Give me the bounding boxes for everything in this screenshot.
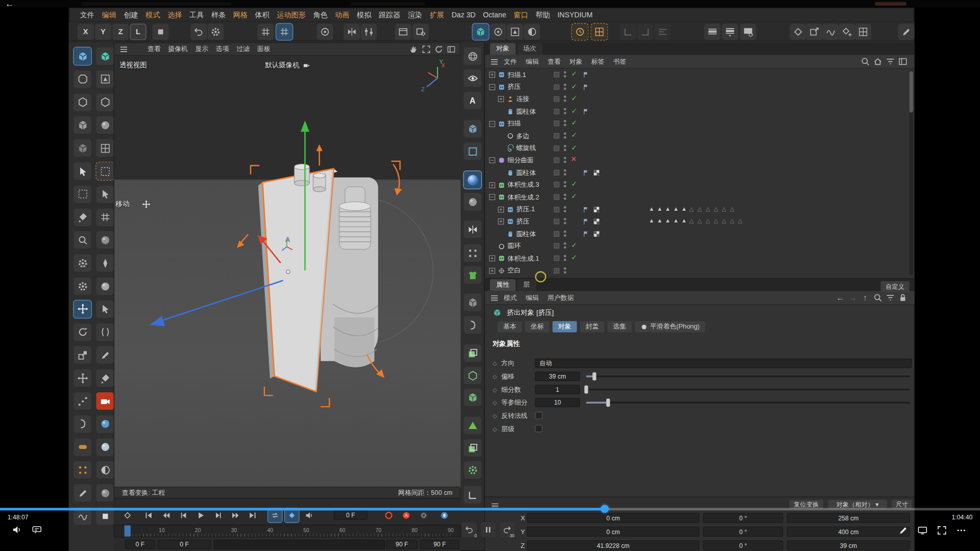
selection-tag-triangle[interactable]: △ (722, 218, 726, 224)
attr-lock-icon[interactable] (897, 292, 908, 303)
object-row[interactable]: 体积生成.1✓ (485, 253, 915, 265)
tool-settings-icon[interactable] (208, 24, 224, 40)
menu-窗口[interactable]: 窗口 (510, 10, 532, 19)
menu-模拟[interactable]: 模拟 (353, 10, 375, 19)
menu-体积[interactable]: 体积 (251, 10, 273, 19)
tree-expander-icon[interactable] (489, 71, 496, 78)
visibility-dots[interactable] (564, 169, 567, 177)
keyframe-outline-button[interactable] (120, 509, 134, 522)
tree-expander-icon[interactable] (489, 255, 496, 262)
object-row[interactable]: 空白 (485, 265, 915, 277)
object-row[interactable]: 细分曲面× (485, 155, 915, 167)
nurbs-icon[interactable] (464, 47, 481, 65)
object-row[interactable]: 圆柱体 (485, 228, 915, 240)
enabled-check[interactable]: ✓ (571, 180, 577, 188)
slider-knob[interactable] (584, 386, 588, 394)
more-icon[interactable] (955, 525, 967, 536)
selection-tag-triangle[interactable]: △ (722, 206, 726, 212)
coords-Y-rot-field[interactable]: 0 ° (703, 527, 783, 537)
next-key-button[interactable] (229, 509, 242, 522)
coords-Z-size-field[interactable]: 39 cm (787, 540, 910, 550)
layers-icon[interactable] (464, 439, 481, 457)
player-back-button[interactable]: ← (5, 0, 14, 9)
scene-3d-model[interactable] (114, 56, 461, 488)
selection-tag-triangle[interactable]: △ (690, 206, 694, 212)
camera-cycle-icon[interactable] (302, 61, 310, 69)
range-field-3[interactable]: 90 F (420, 540, 459, 549)
menu-渲染[interactable]: 渲染 (404, 10, 426, 19)
viewport-layout-icon[interactable] (395, 24, 411, 40)
menu-帮助[interactable]: 帮助 (532, 10, 554, 19)
pen-tool-icon[interactable] (96, 255, 114, 272)
menu-扩展[interactable]: 扩展 (426, 10, 448, 19)
tree-expander-icon[interactable] (498, 218, 504, 225)
sphere-2-tool-icon[interactable] (96, 232, 114, 249)
danmaku-toggle-icon[interactable] (31, 524, 42, 535)
poly-object-tool-icon[interactable] (74, 47, 91, 65)
object-row[interactable]: 体积生成.2✓ (485, 191, 915, 204)
field-slider[interactable] (586, 389, 910, 391)
effector-icon[interactable] (464, 244, 481, 262)
pip-icon[interactable] (917, 525, 928, 536)
checker-tag-icon[interactable] (593, 217, 601, 226)
selection-tag-triangle[interactable]: △ (698, 218, 702, 224)
visibility-dots[interactable] (564, 145, 567, 153)
hexagon-tool-icon[interactable] (74, 93, 91, 111)
om-menu-查看[interactable]: 查看 (543, 57, 565, 66)
visibility-icon[interactable] (464, 69, 481, 87)
om-scrollbar[interactable] (910, 70, 913, 276)
field-value[interactable]: 39 cm (535, 372, 580, 381)
visibility-dots[interactable] (564, 206, 567, 214)
pan-icon[interactable] (409, 44, 419, 55)
menu-编辑[interactable]: 编辑 (98, 10, 120, 19)
cube-tool-icon[interactable] (74, 116, 91, 134)
rotate-tool-icon[interactable] (74, 323, 91, 341)
tree-expander-icon[interactable] (489, 267, 496, 274)
attr-tab-属性[interactable]: 属性 (490, 279, 516, 291)
selection-tag-triangle[interactable]: ▲ (673, 218, 679, 224)
flag-tag-icon[interactable] (582, 70, 590, 79)
attr-section-tab-选集[interactable]: 选集 (607, 321, 632, 332)
next-frame-button[interactable] (211, 509, 225, 522)
keyframe-settings-button[interactable] (417, 509, 431, 522)
om-filter-icon[interactable] (885, 56, 896, 67)
field-checkbox[interactable] (535, 425, 543, 433)
tool-options-icon[interactable] (361, 24, 377, 40)
viewport-menu-查看[interactable]: 查看 (144, 45, 164, 54)
attr-section-tab-封盖[interactable]: 封盖 (580, 321, 604, 332)
visibility-dots[interactable] (564, 267, 567, 275)
attr-up-icon[interactable]: ↑ (860, 292, 871, 303)
gizmo-center[interactable] (286, 270, 290, 273)
object-row[interactable]: 体积生成.3✓ (485, 179, 915, 191)
coords-X-pos-field[interactable]: 0 cm (527, 513, 699, 523)
slider-knob[interactable] (606, 398, 610, 407)
visibility-dots[interactable] (564, 133, 567, 140)
om-menu-icon[interactable] (489, 57, 500, 67)
viewport-canvas[interactable]: 透视视图 默认摄像机 X Y Z 移动 A (114, 56, 461, 488)
loop-toggle[interactable] (268, 509, 282, 522)
object-row[interactable]: 圆柱体✓ (485, 106, 915, 118)
visibility-dots[interactable] (564, 255, 567, 263)
layer-chip[interactable] (554, 158, 559, 163)
selection-tag-triangle[interactable]: ▲ (649, 206, 654, 212)
tweak-mode-icon[interactable] (153, 24, 169, 40)
player-progress-handle[interactable] (601, 505, 609, 513)
mograph-icon[interactable] (464, 220, 481, 238)
visibility-dots[interactable] (564, 96, 567, 104)
anim-diamond-icon[interactable]: ◇ (493, 387, 497, 393)
custom-button[interactable]: 自定义 (880, 281, 909, 292)
selection-tag-triangle[interactable]: △ (714, 218, 718, 224)
selection-tag-triangle[interactable]: ▲ (681, 218, 687, 224)
field-slider[interactable] (586, 375, 910, 378)
pointer-tool-icon[interactable] (96, 185, 114, 203)
checker-tag-icon[interactable] (593, 230, 601, 238)
align-tool-2-icon[interactable] (637, 24, 653, 40)
attr-tab-层[interactable]: 层 (517, 279, 536, 291)
visibility-dots[interactable] (564, 194, 567, 202)
attr-search-icon[interactable] (872, 292, 883, 303)
om-panel-icon[interactable] (897, 56, 908, 67)
field-dropdown[interactable]: 自动 (535, 359, 912, 368)
anim-diamond-icon[interactable]: ◇ (493, 373, 497, 380)
selection-tag-triangle[interactable]: ▲ (665, 206, 671, 212)
attr-menu-编辑[interactable]: 编辑 (521, 293, 543, 302)
